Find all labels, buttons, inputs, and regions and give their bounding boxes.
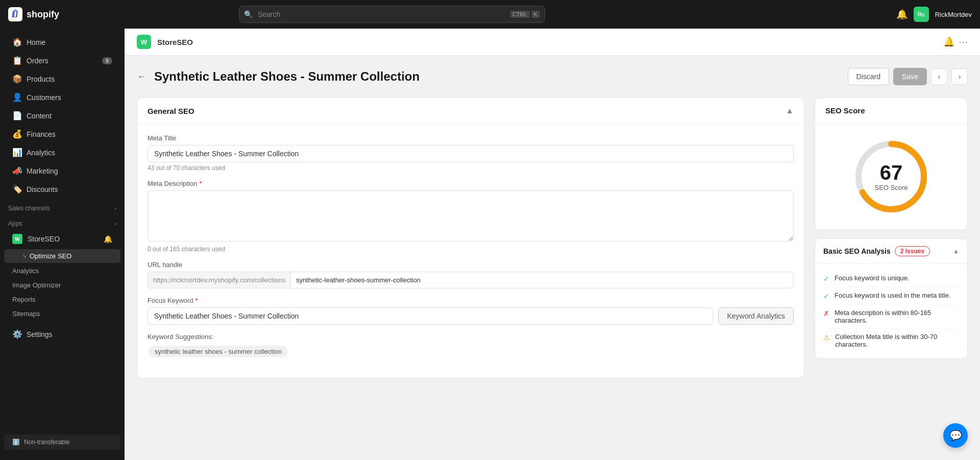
analysis-header: Basic SEO Analysis 2 Issues ▲ [815,239,967,264]
sidebar-item-content[interactable]: 📄 Content [4,107,120,125]
analysis-item-1: ✓ Focus keyword is used in the meta titl… [823,287,959,305]
app-header-title: StoreSEO [157,38,193,46]
collapse-analysis-icon[interactable]: ▲ [953,248,959,255]
meta-desc-textarea[interactable] [148,190,794,241]
analysis-item-2: ✗ Meta description is within 80-165 char… [823,305,959,329]
sidebar-item-analytics[interactable]: 📊 Analytics [4,143,120,161]
sales-channels-label: Sales channels [8,205,50,212]
storeseo-sub-nav: Analytics Image Optimizer Reports Sitema… [0,263,125,321]
username[interactable]: RickMortdev [935,11,972,18]
search-icon: 🔍 [244,10,253,18]
url-prefix: https://rickmortdev.myshopify.com/collec… [148,272,291,288]
side-column: SEO Score 67 [815,98,968,359]
sidebar-item-storeseo[interactable]: W StoreSEO 🔔 [4,230,120,248]
back-button[interactable]: ← [137,71,146,82]
settings-label: Settings [27,330,53,338]
keyword-tag[interactable]: synthetic leather shoes - summer collect… [149,346,288,357]
storeseo-label: StoreSEO [28,235,60,243]
customers-icon: 👤 [12,92,21,102]
sidebar-item-optimize-seo[interactable]: ↳ Optimize SEO [4,249,120,263]
sidebar-item-discounts[interactable]: 🏷️ Discounts [4,180,120,198]
sidebar-item-products[interactable]: 📦 Products [4,70,120,88]
sidebar-item-sub-analytics[interactable]: Analytics [12,264,120,278]
sidebar-item-label: Customers [27,93,61,102]
discard-button[interactable]: Discard [848,68,889,85]
topbar: shopify 🔍 CTRL K 🔔 Rc RickMortdev [0,0,980,29]
main-layout: 🏠 Home 📋 Orders 9 📦 Products 👤 Customers… [0,29,980,460]
sidebar-item-orders[interactable]: 📋 Orders 9 [4,52,120,69]
save-button[interactable]: Save [893,68,927,85]
sidebar-item-marketing[interactable]: 📣 Marketing [4,162,120,180]
storeseo-bell-icon[interactable]: 🔔 [104,235,112,243]
search-bar[interactable]: 🔍 CTRL K [239,6,545,23]
focus-keyword-label: Focus Keyword * [148,297,794,304]
sidebar: 🏠 Home 📋 Orders 9 📦 Products 👤 Customers… [0,29,125,460]
sidebar-item-label: Discounts [27,185,58,193]
url-handle-input[interactable] [291,272,793,288]
basic-seo-analysis-card: Basic SEO Analysis 2 Issues ▲ ✓ Focus ke… [815,238,968,359]
non-transferable-badge: ℹ️ Non-transferable [4,434,120,450]
app-menu-button[interactable]: ⋯ [959,36,968,47]
avatar[interactable]: Rc [914,7,929,22]
meta-title-input[interactable] [148,145,794,162]
analysis-item-text-2: Meta description is within 80-165 charac… [835,309,959,324]
meta-title-field-group: Meta Title 43 out of 70 characters used [148,134,794,172]
general-seo-header: General SEO ▲ [137,98,804,124]
meta-title-label: Meta Title [148,134,794,142]
sidebar-item-finances[interactable]: 💰 Finances [4,125,120,143]
analytics-icon: 📊 [12,148,21,157]
marketing-icon: 📣 [12,166,21,176]
sidebar-item-sub-sitemaps[interactable]: Sitemaps [12,307,120,321]
sidebar-item-label: Analytics [27,149,55,157]
prev-icon: ‹ [938,72,941,81]
apps-chevron-icon: › [114,221,116,227]
issues-badge: 2 Issues [895,246,930,256]
optimize-seo-arrow-icon: ↳ [22,253,27,259]
seo-score-header: SEO Score [815,98,967,124]
sub-image-optimizer-label: Image Optimizer [12,281,61,289]
search-input[interactable] [239,6,545,23]
app-header: W StoreSEO 🔔 ⋯ [125,29,980,56]
notification-bell-icon[interactable]: 🔔 [896,9,908,20]
warn-icon-3: ⚠ [823,333,830,342]
apps-label: Apps [8,220,22,227]
focus-keyword-field-group: Focus Keyword * Keyword Analytics [148,297,794,325]
chat-button[interactable]: 💬 [943,423,968,448]
meta-desc-label: Meta Description * [148,180,794,187]
prev-page-button[interactable]: ‹ [931,68,947,85]
orders-badge: 9 [102,57,112,64]
sidebar-item-settings[interactable]: ⚙️ Settings [4,325,120,343]
finances-icon: 💰 [12,129,21,139]
url-handle-label: URL handle [148,261,794,269]
seo-score-circle: 67 SEO Score [850,136,932,217]
page-header: ← Synthetic Leather Shoes - Summer Colle… [137,68,968,85]
non-transferable-label: Non-transferable [24,439,69,446]
sidebar-item-sub-reports[interactable]: Reports [12,293,120,306]
focus-keyword-input-row: Keyword Analytics [148,307,794,325]
next-page-button[interactable]: › [951,68,968,85]
focus-keyword-input[interactable] [148,307,713,325]
analysis-body: ✓ Focus keyword is unique. ✓ Focus keywo… [815,264,967,358]
content-area: W StoreSEO 🔔 ⋯ ← Synthetic Leather Shoes… [125,29,980,460]
cross-icon-2: ✗ [823,309,829,318]
sidebar-item-customers[interactable]: 👤 Customers [4,88,120,106]
analysis-title: Basic SEO Analysis [823,247,891,255]
analysis-item-0: ✓ Focus keyword is unique. [823,270,959,287]
main-column: General SEO ▲ Meta Title 43 out of 70 ch… [137,98,804,378]
sales-channels-section[interactable]: Sales channels › [0,199,125,214]
sidebar-item-sub-image-optimizer[interactable]: Image Optimizer [12,278,120,292]
shopify-wordmark: shopify [27,9,59,20]
sidebar-item-home[interactable]: 🏠 Home [4,33,120,51]
apps-section[interactable]: Apps › [0,214,125,229]
analysis-item-text-3: Collection Meta title is within 30-70 ch… [835,333,959,348]
collapse-general-seo-icon[interactable]: ▲ [786,106,794,115]
next-icon: › [959,72,961,81]
app-bell-button[interactable]: 🔔 [943,36,954,47]
seo-score-sublabel: SEO Score [874,184,908,191]
discounts-icon: 🏷️ [12,184,21,194]
sales-channels-chevron-icon: › [114,205,116,211]
app-header-actions: 🔔 ⋯ [943,36,968,47]
meta-desc-field-group: Meta Description * 0 out of 165 characte… [148,180,794,253]
sidebar-item-label: Finances [27,130,56,138]
keyword-analytics-button[interactable]: Keyword Analytics [718,307,794,325]
